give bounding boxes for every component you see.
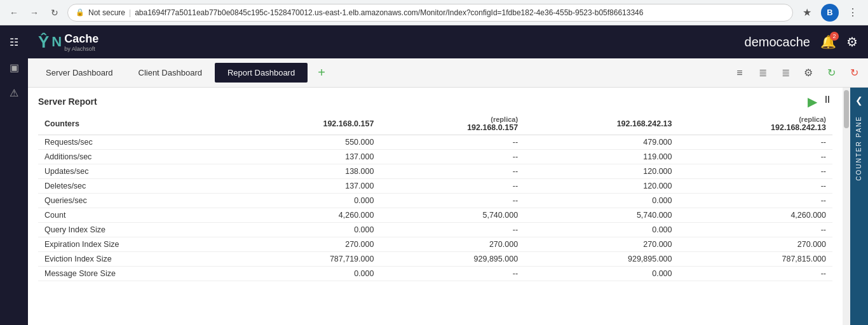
sidebar-icon-monitor[interactable]: ▣ xyxy=(3,56,25,79)
value-ip2: 0.000 xyxy=(524,267,678,281)
report-controls: ▶ ⏸ xyxy=(808,94,832,109)
add-tab-button[interactable]: + xyxy=(313,64,330,82)
server-report-header: Server Report ▶ ⏸ xyxy=(28,88,843,113)
value-ip2: 5,740.000 xyxy=(524,208,678,223)
col-header-counters: Counters xyxy=(38,113,236,135)
value-ip1-replica: -- xyxy=(380,223,524,237)
value-ip1: 270.000 xyxy=(236,237,381,252)
value-ip1-replica: -- xyxy=(380,194,524,208)
sidebar-icon-tools[interactable]: ⚠ xyxy=(3,81,25,104)
bookmark-button[interactable]: ★ xyxy=(798,4,816,22)
value-ip2: 0.000 xyxy=(524,223,678,237)
value-ip1-replica: -- xyxy=(380,179,524,194)
list-icon-3[interactable]: ≣ xyxy=(776,64,794,82)
forward-button[interactable]: → xyxy=(27,5,42,20)
col-header-ip2: 192.168.242.13 xyxy=(524,113,678,135)
app-header: Ŷ N Cache by Alachsoft democache 🔔 2 ⚙ xyxy=(28,25,868,58)
value-ip1: 0.000 xyxy=(236,194,381,208)
value-ip2-replica: -- xyxy=(679,194,832,208)
main-content: Server Report ▶ ⏸ Counters 192.168.0.157 xyxy=(28,88,843,325)
scroll-thumb[interactable] xyxy=(844,90,849,128)
refresh-green-icon[interactable]: ↻ xyxy=(822,64,840,82)
value-ip2: 119.000 xyxy=(524,150,678,164)
value-ip1: 787,719.000 xyxy=(236,252,381,267)
url-text: aba1694f77a5011eab77b0e0845c195c-1528470… xyxy=(135,8,643,17)
logo-n: N xyxy=(51,34,62,50)
value-ip2-replica: 270.000 xyxy=(679,237,832,252)
settings-icon[interactable]: ⚙ xyxy=(846,34,858,50)
table-row: Deletes/sec 137.000 -- 120.000 -- xyxy=(38,179,832,194)
right-panel-toggle[interactable]: ❮ xyxy=(855,90,863,110)
server-report-title: Server Report xyxy=(38,96,97,107)
browser-bar: ← → ↻ 🔒 Not secure | aba1694f77a5011eab7… xyxy=(0,0,868,25)
tabs-icons: ≡ ≣ ≣ ⚙ ↻ ↻ xyxy=(731,64,863,82)
value-ip2: 479.000 xyxy=(524,135,678,150)
value-ip1: 138.000 xyxy=(236,164,381,179)
report-table-wrapper: Counters 192.168.0.157 (replica) 192.168… xyxy=(28,113,843,325)
value-ip2-replica: -- xyxy=(679,135,832,150)
value-ip2: 929,895.000 xyxy=(524,252,678,267)
refresh-red-icon[interactable]: ↻ xyxy=(845,64,863,82)
reload-button[interactable]: ↻ xyxy=(47,5,62,20)
counter-name: Expiration Index Size xyxy=(38,237,236,252)
right-panel-label: COUNTER PANE xyxy=(855,116,864,181)
col-header-ip1-replica-label: (replica) xyxy=(386,116,518,123)
counter-name: Requests/sec xyxy=(38,135,236,150)
content-row: Server Report ▶ ⏸ Counters 192.168.0.157 xyxy=(28,88,868,325)
col-header-ip1: 192.168.0.157 xyxy=(236,113,381,135)
value-ip2-replica: 4,260.000 xyxy=(679,208,832,223)
col-header-ip2-replica: (replica) 192.168.242.13 xyxy=(679,113,832,135)
settings-icon-tab[interactable]: ⚙ xyxy=(799,64,817,82)
lock-icon: 🔒 xyxy=(76,8,85,17)
value-ip2: 120.000 xyxy=(524,179,678,194)
scrollbar[interactable] xyxy=(843,88,850,325)
value-ip2-replica: -- xyxy=(679,267,832,281)
table-row: Additions/sec 137.000 -- 119.000 -- xyxy=(38,150,832,164)
value-ip2: 120.000 xyxy=(524,164,678,179)
value-ip1-replica: 929,895.000 xyxy=(380,252,524,267)
table-row: Queries/sec 0.000 -- 0.000 -- xyxy=(38,194,832,208)
list-icon-1[interactable]: ≡ xyxy=(731,64,749,82)
list-icon-2[interactable]: ≣ xyxy=(754,64,771,82)
table-row: Expiration Index Size 270.000 270.000 27… xyxy=(38,237,832,252)
sidebar-icon-dashboard[interactable]: ☷ xyxy=(3,30,25,53)
logo-name: Cache xyxy=(64,32,98,45)
value-ip2-replica: 787,815.000 xyxy=(679,252,832,267)
notification-badge: 2 xyxy=(830,32,839,41)
tab-report-dashboard[interactable]: Report Dashboard xyxy=(215,63,308,83)
right-panel: ❮ COUNTER PANE xyxy=(850,88,868,325)
table-row: Query Index Size 0.000 -- 0.000 -- xyxy=(38,223,832,237)
tab-server-dashboard[interactable]: Server Dashboard xyxy=(33,63,126,83)
back-button[interactable]: ← xyxy=(6,5,22,20)
value-ip1-replica: -- xyxy=(380,150,524,164)
counter-name: Count xyxy=(38,208,236,223)
value-ip1: 550.000 xyxy=(236,135,381,150)
not-secure-label: Not secure xyxy=(88,8,125,17)
col-header-ip1-replica-ip: 192.168.0.157 xyxy=(467,123,518,132)
counter-name: Message Store Size xyxy=(38,267,236,281)
address-bar[interactable]: 🔒 Not secure | aba1694f77a5011eab77b0e08… xyxy=(67,4,793,22)
profile-button[interactable]: B xyxy=(821,4,839,22)
pause-button[interactable]: ⏸ xyxy=(822,94,832,109)
report-table: Counters 192.168.0.157 (replica) 192.168… xyxy=(38,113,832,281)
value-ip1: 137.000 xyxy=(236,150,381,164)
value-ip2: 0.000 xyxy=(524,194,678,208)
value-ip1-replica: -- xyxy=(380,135,524,150)
header-right: democache 🔔 2 ⚙ xyxy=(745,34,858,50)
menu-button[interactable]: ⋮ xyxy=(844,4,862,22)
value-ip1-replica: 270.000 xyxy=(380,237,524,252)
value-ip2-replica: -- xyxy=(679,179,832,194)
value-ip2-replica: -- xyxy=(679,150,832,164)
value-ip1: 0.000 xyxy=(236,223,381,237)
notifications-button[interactable]: 🔔 2 xyxy=(820,34,836,50)
counter-name: Deletes/sec xyxy=(38,179,236,194)
value-ip1: 137.000 xyxy=(236,179,381,194)
value-ip2-replica: -- xyxy=(679,164,832,179)
value-ip1: 0.000 xyxy=(236,267,381,281)
col-header-ip1-replica: (replica) 192.168.0.157 xyxy=(380,113,524,135)
value-ip1-replica: -- xyxy=(380,267,524,281)
col-header-ip2-replica-ip: 192.168.242.13 xyxy=(771,123,826,132)
tab-client-dashboard[interactable]: Client Dashboard xyxy=(126,63,215,83)
play-button[interactable]: ▶ xyxy=(808,94,817,109)
table-row: Requests/sec 550.000 -- 479.000 -- xyxy=(38,135,832,150)
